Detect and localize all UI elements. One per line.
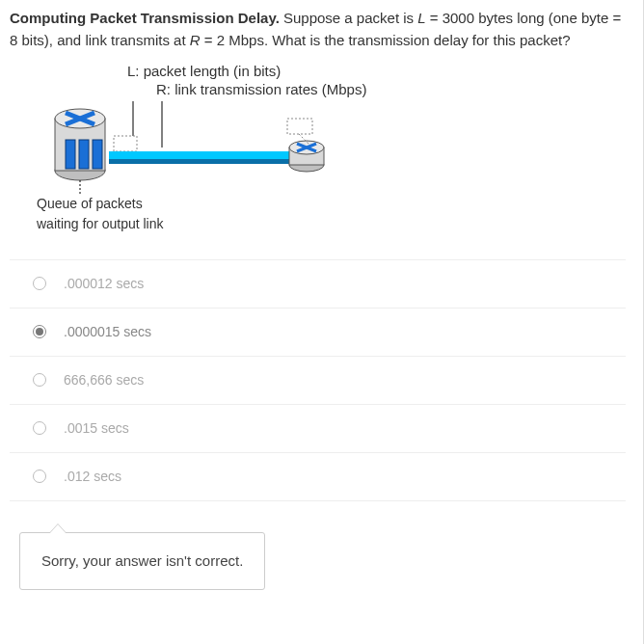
- label-R-prefix: R:: [156, 81, 171, 97]
- option-label: .000012 secs: [64, 274, 144, 294]
- radio-icon: [33, 277, 46, 290]
- queue-caption-line2: waiting for output link: [37, 214, 626, 234]
- queue-caption-line1: Queue of packets: [37, 194, 626, 214]
- option-0[interactable]: .000012 secs: [10, 260, 626, 309]
- network-diagram: L: packet length (in bits) R: link trans…: [37, 63, 626, 234]
- radio-icon: [33, 373, 46, 387]
- question-eq-2: = 2 Mbps. What is the transmission delay…: [201, 32, 571, 48]
- option-2[interactable]: 666,666 secs: [10, 357, 626, 405]
- option-label: .0015 secs: [64, 418, 129, 439]
- option-label: 666,666 secs: [64, 370, 144, 390]
- label-R: link transmission rates (Mbps): [171, 81, 366, 97]
- queue-caption: Queue of packets waiting for output link: [37, 194, 626, 234]
- question-body-1: Suppose a packet is: [280, 10, 417, 26]
- svg-rect-11: [109, 151, 294, 159]
- feedback-text: Sorry, your answer isn't correct.: [41, 552, 243, 569]
- option-4[interactable]: .012 secs: [10, 453, 626, 501]
- svg-rect-18: [287, 119, 312, 134]
- answer-options: .000012 secs .0000015 secs 666,666 secs …: [10, 259, 626, 501]
- question-var-L: L: [417, 10, 425, 26]
- diagram-svg: [37, 101, 384, 198]
- svg-rect-10: [114, 136, 137, 151]
- svg-rect-8: [79, 140, 89, 169]
- diagram-labels: L: packet length (in bits) R: link trans…: [37, 63, 626, 99]
- label-L-prefix: L:: [127, 63, 140, 79]
- radio-icon: [33, 325, 46, 338]
- svg-rect-9: [93, 140, 102, 169]
- option-3[interactable]: .0015 secs: [10, 405, 626, 453]
- svg-rect-12: [109, 159, 294, 164]
- question-title: Computing Packet Transmission Delay.: [10, 10, 280, 26]
- option-label: .0000015 secs: [64, 322, 151, 342]
- radio-icon: [33, 421, 46, 435]
- label-L: packet length (in bits): [140, 63, 282, 79]
- question-stem: Computing Packet Transmission Delay. Sup…: [10, 8, 626, 51]
- option-label: .012 secs: [64, 467, 121, 487]
- radio-icon: [33, 470, 46, 483]
- feedback-incorrect: Sorry, your answer isn't correct.: [19, 532, 265, 591]
- question-var-R: R: [190, 32, 201, 48]
- option-1[interactable]: .0000015 secs: [10, 309, 626, 357]
- svg-rect-7: [66, 140, 75, 169]
